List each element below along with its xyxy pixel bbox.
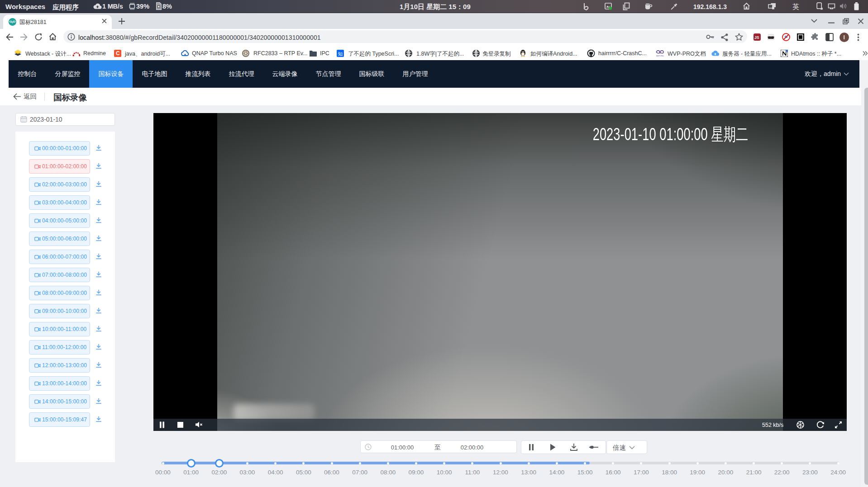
svg-text:WVP-PRO: WVP-PRO — [656, 55, 664, 57]
